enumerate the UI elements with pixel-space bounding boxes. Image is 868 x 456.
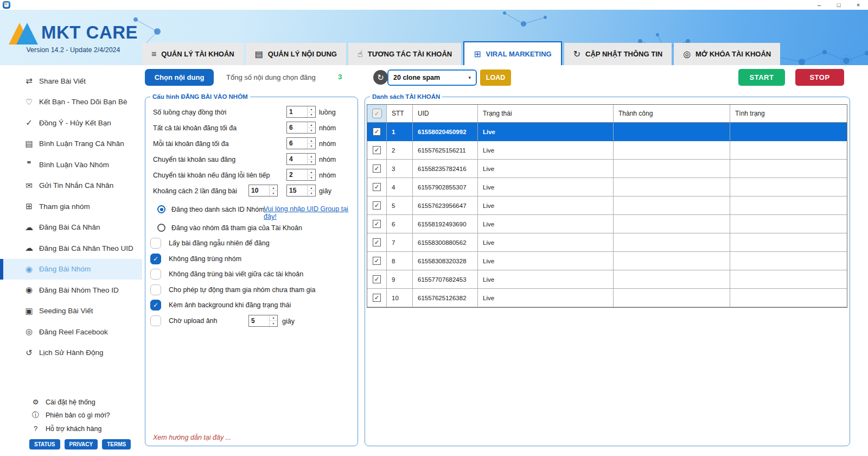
tab-1[interactable]: ▤ QUẢN LÝ NỘI DUNG	[246, 43, 346, 65]
tab-4[interactable]: ↻ CẬP NHẬT THÔNG TIN	[564, 43, 672, 65]
sidebar-item-7[interactable]: ☁ Đăng Bài Cá Nhân	[0, 217, 142, 238]
spin-up-icon[interactable]: ▲	[308, 169, 315, 175]
footer-button-1[interactable]: PRIVACY	[65, 439, 98, 449]
sidebar-item-9[interactable]: ◉ Đăng Bài Nhóm	[0, 259, 142, 280]
footer-button-0[interactable]: STATUS	[29, 439, 60, 449]
spin-down-icon[interactable]: ▼	[308, 128, 315, 134]
checkbox[interactable]: ✓	[150, 300, 161, 311]
account-row-4[interactable]: ✓ 5 61557623956647 Live	[367, 197, 847, 215]
spin-up-icon[interactable]: ▲	[270, 185, 277, 191]
minimize-button[interactable]: –	[809, 0, 829, 10]
load-button[interactable]: LOAD	[480, 69, 511, 86]
sidebar-footer-item-0[interactable]: ⚙ Cài đặt hệ thống	[0, 396, 142, 409]
checkbox[interactable]: ✓	[150, 269, 161, 280]
sidebar-footer-item-2[interactable]: ? Hỗ trợ khách hàng	[0, 422, 142, 436]
row-checkbox[interactable]: ✓	[373, 183, 381, 191]
stop-button[interactable]: STOP	[795, 69, 844, 86]
gap-min-input[interactable]: 10 ▲▼	[248, 185, 278, 197]
row-checkbox[interactable]: ✓	[373, 257, 381, 265]
close-button[interactable]: ×	[848, 0, 868, 10]
checkbox[interactable]: ✓	[150, 238, 161, 249]
column-header-success[interactable]: Thành công	[614, 105, 730, 122]
number-input-value[interactable]: 6	[287, 122, 307, 133]
refresh-button[interactable]: ↻	[373, 70, 388, 85]
account-row-3[interactable]: ✓ 4 61557902855307 Live	[367, 178, 847, 197]
wait-upload-row[interactable]: ✓ Chờ upload ảnh 5 ▲▼ giây	[145, 313, 358, 329]
clone-group-select[interactable]: 20 clone spam ▾	[387, 69, 477, 86]
column-header-status[interactable]: Trạng thái	[478, 105, 614, 122]
checkbox[interactable]: ✓	[150, 315, 161, 326]
spin-down-icon[interactable]: ▼	[308, 175, 315, 181]
sidebar-item-13[interactable]: ↺ Lịch Sử Hành Động	[0, 343, 142, 364]
footer-button-2[interactable]: TERMS	[102, 439, 131, 449]
spin-down-icon[interactable]: ▼	[270, 191, 277, 197]
uid-group-link[interactable]: Vui lòng nhập UID Group tại đây!	[264, 205, 358, 220]
start-button[interactable]: START	[738, 69, 785, 86]
gap-max-input[interactable]: 15 ▲▼	[286, 185, 316, 197]
sidebar-item-5[interactable]: ✉ Gửi Tin Nhắn Cá Nhân	[0, 175, 142, 197]
guide-link[interactable]: Xem hướng dẫn tại đây ...	[153, 434, 231, 441]
number-input-value[interactable]: 6	[287, 138, 307, 149]
sidebar-item-2[interactable]: ✓ Đồng Ý - Hủy Kết Bạn	[0, 112, 142, 134]
sidebar-item-6[interactable]: ⊞ Tham gia nhóm	[0, 196, 142, 217]
tab-2[interactable]: ☝ TƯƠNG TÁC TÀI KHOẢN	[348, 43, 461, 65]
number-input[interactable]: 1 ▲▼	[286, 106, 316, 118]
config-checkbox-row-2[interactable]: ✓ Không đăng trùng bài viết giữa các tài…	[145, 267, 358, 282]
sidebar-item-10[interactable]: ◉ Đăng Bài Nhóm Theo ID	[0, 280, 142, 301]
account-row-5[interactable]: ✓ 6 61558192493690 Live	[367, 215, 847, 233]
sidebar-footer-item-1[interactable]: ⓘ Phiên bản có gì mới?	[0, 409, 142, 422]
gap-max-value[interactable]: 15	[287, 185, 307, 196]
sidebar-item-12[interactable]: ◎ Đăng Reel Facebook	[0, 321, 142, 343]
row-checkbox[interactable]: ✓	[373, 128, 381, 136]
sidebar-item-1[interactable]: ♡ Kết Bạn - Theo Dõi Bạn Bè	[0, 92, 142, 113]
sidebar-item-8[interactable]: ☁ Đăng Bài Cá Nhân Theo UID	[0, 238, 142, 259]
number-input-value[interactable]: 2	[287, 169, 307, 180]
tab-0[interactable]: ≡ QUẢN LÝ TÀI KHOẢN	[142, 43, 244, 65]
row-checkbox[interactable]: ✓	[373, 294, 381, 302]
sidebar-item-0[interactable]: ⇄ Share Bài Viết	[0, 71, 142, 92]
row-checkbox[interactable]: ✓	[373, 164, 381, 173]
config-radio-row-1[interactable]: Đăng vào nhóm đã tham gia của Tài Khoản	[145, 220, 358, 236]
number-input-value[interactable]: 4	[287, 154, 307, 164]
column-header-condition[interactable]: Tình trạng	[730, 105, 847, 122]
select-all-checkbox[interactable]: ✓	[372, 109, 382, 118]
spin-up-icon[interactable]: ▲	[308, 106, 315, 112]
sidebar-item-4[interactable]: ❞ Bình Luận Vào Nhóm	[0, 154, 142, 175]
spin-up-icon[interactable]: ▲	[308, 185, 315, 191]
account-row-8[interactable]: ✓ 9 61557707682453 Live	[367, 270, 847, 289]
spin-up-icon[interactable]: ▲	[308, 154, 315, 160]
account-row-2[interactable]: ✓ 3 61558235782416 Live	[367, 160, 847, 178]
row-checkbox[interactable]: ✓	[373, 220, 381, 228]
spin-down-icon[interactable]: ▼	[308, 144, 315, 149]
spin-up-icon[interactable]: ▲	[308, 138, 315, 144]
choose-content-button[interactable]: Chọn nội dung	[145, 69, 214, 86]
spin-up-icon[interactable]: ▲	[308, 122, 315, 128]
account-row-1[interactable]: ✓ 2 61557625156211 Live	[367, 141, 847, 160]
spin-down-icon[interactable]: ▼	[270, 321, 277, 326]
checkbox[interactable]: ✓	[150, 254, 161, 264]
gap-min-value[interactable]: 10	[249, 185, 269, 196]
tab-3[interactable]: ⊞ VIRAL MARKETING	[463, 41, 562, 65]
config-checkbox-row-4[interactable]: ✓ Kèm ảnh background khi đăng trạng thái	[145, 297, 358, 313]
column-header-stt[interactable]: STT	[387, 105, 413, 122]
row-checkbox[interactable]: ✓	[373, 146, 381, 154]
account-row-0[interactable]: ✓ 1 61558020450992 Live	[367, 123, 847, 141]
row-checkbox[interactable]: ✓	[373, 201, 381, 210]
maximize-button[interactable]: □	[829, 0, 848, 10]
radio-button[interactable]	[157, 224, 165, 232]
column-header-uid[interactable]: UID	[413, 105, 478, 122]
config-radio-row-0[interactable]: Đăng theo danh sách ID Nhóm Vui lòng nhậ…	[145, 201, 358, 217]
number-input-value[interactable]: 1	[287, 106, 307, 117]
wait-upload-input[interactable]: 5 ▲▼	[248, 315, 278, 327]
number-input[interactable]: 6 ▲▼	[286, 122, 316, 134]
sidebar-item-11[interactable]: ▣ Seeding Bài Viết	[0, 301, 142, 322]
number-input[interactable]: 6 ▲▼	[286, 137, 316, 149]
number-input[interactable]: 4 ▲▼	[286, 153, 316, 165]
wait-upload-value[interactable]: 5	[249, 315, 269, 326]
sidebar-item-3[interactable]: ▤ Bình Luận Trang Cá Nhân	[0, 134, 142, 155]
account-row-9[interactable]: ✓ 10 61557625126382 Live	[367, 289, 847, 307]
spin-down-icon[interactable]: ▼	[308, 160, 315, 165]
config-checkbox-row-3[interactable]: ✓ Cho phép tự động tham gia nhóm chưa th…	[145, 282, 358, 298]
spin-down-icon[interactable]: ▼	[308, 112, 315, 118]
spin-down-icon[interactable]: ▼	[308, 191, 315, 197]
